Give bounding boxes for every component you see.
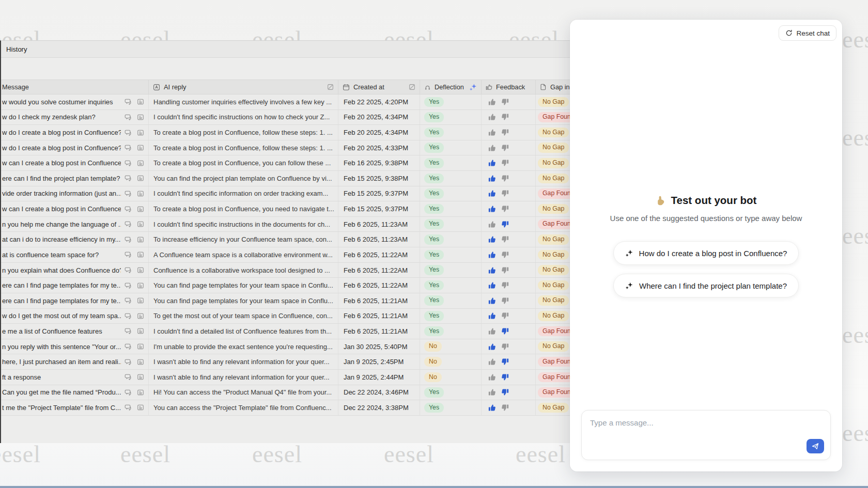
chat-transcript-icon[interactable] bbox=[124, 236, 131, 243]
table-row[interactable]: at is confluence team space for? A Confl… bbox=[1, 247, 572, 263]
table-row[interactable]: n you explain what does Confluence do? C… bbox=[1, 263, 572, 278]
ticket-icon[interactable] bbox=[137, 327, 144, 335]
table-row[interactable]: w can I create a blog post in Confluence… bbox=[1, 201, 572, 217]
table-row[interactable]: w can I create a blog post in Confluence… bbox=[1, 155, 572, 171]
ticket-icon[interactable] bbox=[137, 404, 144, 411]
chat-transcript-icon[interactable] bbox=[124, 251, 131, 258]
chat-transcript-icon[interactable] bbox=[124, 343, 131, 350]
column-header-deflection[interactable]: Deflection bbox=[420, 80, 482, 94]
table-row[interactable]: Can you get me the file named “Produ... … bbox=[1, 385, 572, 401]
thumbs-up-button[interactable] bbox=[488, 388, 496, 396]
thumbs-down-button[interactable] bbox=[501, 358, 509, 366]
thumbs-up-button[interactable] bbox=[488, 159, 496, 167]
thumbs-down-button[interactable] bbox=[501, 281, 509, 289]
table-row[interactable]: w do I get the most out of my team spa..… bbox=[1, 309, 572, 324]
column-header-message[interactable]: Message bbox=[1, 80, 149, 94]
thumbs-up-button[interactable] bbox=[488, 358, 496, 366]
message-input[interactable] bbox=[582, 411, 830, 460]
suggested-question-button[interactable]: How do I create a blog post in Confluenc… bbox=[613, 241, 799, 265]
thumbs-up-button[interactable] bbox=[488, 297, 496, 305]
chat-transcript-icon[interactable] bbox=[124, 144, 131, 151]
table-row[interactable]: w would you solve costumer inquiries Han… bbox=[1, 95, 572, 110]
table-row[interactable]: at can i do to increase efficiency in my… bbox=[1, 232, 572, 247]
ticket-icon[interactable] bbox=[137, 266, 144, 274]
thumbs-down-button[interactable] bbox=[501, 129, 509, 136]
table-row[interactable]: n you help me change the language of ...… bbox=[1, 217, 572, 232]
chat-transcript-icon[interactable] bbox=[124, 129, 131, 136]
chat-transcript-icon[interactable] bbox=[124, 389, 131, 396]
chat-transcript-icon[interactable] bbox=[124, 327, 131, 335]
thumbs-up-button[interactable] bbox=[488, 113, 496, 121]
thumbs-down-button[interactable] bbox=[501, 205, 509, 213]
thumbs-up-button[interactable] bbox=[488, 205, 496, 213]
edit-column-icon[interactable] bbox=[327, 84, 334, 90]
chat-transcript-icon[interactable] bbox=[124, 282, 131, 289]
chat-transcript-icon[interactable] bbox=[124, 404, 131, 411]
thumbs-down-button[interactable] bbox=[501, 343, 509, 351]
chat-transcript-icon[interactable] bbox=[124, 266, 131, 274]
table-row[interactable]: vide order tracking information (just an… bbox=[1, 186, 572, 202]
thumbs-up-button[interactable] bbox=[488, 373, 496, 381]
column-header-gap[interactable]: Gap in bbox=[536, 80, 572, 94]
thumbs-down-button[interactable] bbox=[501, 175, 509, 182]
thumbs-up-button[interactable] bbox=[488, 175, 496, 182]
thumbs-up-button[interactable] bbox=[488, 404, 496, 412]
table-row[interactable]: here, I just purchased an item and reali… bbox=[1, 354, 572, 370]
table-row[interactable]: w do I create a blog post in Confluence?… bbox=[1, 140, 572, 156]
chat-transcript-icon[interactable] bbox=[124, 297, 131, 304]
ticket-icon[interactable] bbox=[137, 236, 144, 243]
chat-transcript-icon[interactable] bbox=[124, 160, 131, 167]
ticket-icon[interactable] bbox=[137, 160, 144, 167]
table-row[interactable]: ere can I find page templates for my te.… bbox=[1, 293, 572, 309]
thumbs-down-button[interactable] bbox=[501, 388, 509, 396]
ticket-icon[interactable] bbox=[137, 297, 144, 304]
thumbs-up-button[interactable] bbox=[488, 129, 496, 136]
ticket-icon[interactable] bbox=[137, 389, 144, 396]
ticket-icon[interactable] bbox=[137, 373, 144, 381]
ticket-icon[interactable] bbox=[137, 282, 144, 289]
thumbs-down-button[interactable] bbox=[501, 251, 509, 259]
thumbs-down-button[interactable] bbox=[501, 266, 509, 274]
ticket-icon[interactable] bbox=[137, 358, 144, 366]
thumbs-down-button[interactable] bbox=[501, 98, 509, 106]
thumbs-up-button[interactable] bbox=[488, 251, 496, 259]
ticket-icon[interactable] bbox=[137, 206, 144, 213]
thumbs-down-button[interactable] bbox=[501, 297, 509, 305]
thumbs-down-button[interactable] bbox=[501, 312, 509, 320]
column-header-ai-reply[interactable]: AI reply bbox=[149, 80, 338, 94]
table-row[interactable]: w do I create a blog post in Confluence?… bbox=[1, 125, 572, 140]
thumbs-up-button[interactable] bbox=[488, 266, 496, 274]
reset-chat-button[interactable]: Reset chat bbox=[779, 25, 836, 41]
thumbs-up-button[interactable] bbox=[488, 98, 496, 106]
ticket-icon[interactable] bbox=[137, 98, 144, 105]
ticket-icon[interactable] bbox=[137, 343, 144, 350]
ticket-icon[interactable] bbox=[137, 221, 144, 228]
thumbs-down-button[interactable] bbox=[501, 113, 509, 121]
thumbs-up-button[interactable] bbox=[488, 144, 496, 152]
thumbs-down-button[interactable] bbox=[501, 190, 509, 197]
thumbs-down-button[interactable] bbox=[501, 327, 509, 335]
thumbs-up-button[interactable] bbox=[488, 235, 496, 243]
table-row[interactable]: e me a list of Confluence features I cou… bbox=[1, 324, 572, 339]
chat-transcript-icon[interactable] bbox=[124, 373, 131, 381]
thumbs-up-button[interactable] bbox=[488, 281, 496, 289]
table-row[interactable]: t me the "Project Template" file from C.… bbox=[1, 400, 572, 416]
chat-transcript-icon[interactable] bbox=[124, 175, 131, 182]
send-button[interactable] bbox=[807, 439, 824, 453]
ticket-icon[interactable] bbox=[137, 251, 144, 258]
thumbs-down-button[interactable] bbox=[501, 159, 509, 167]
thumbs-down-button[interactable] bbox=[501, 404, 509, 412]
ticket-icon[interactable] bbox=[137, 144, 144, 151]
column-header-created-at[interactable]: Created at bbox=[338, 80, 420, 94]
edit-column-icon[interactable] bbox=[409, 84, 415, 90]
ticket-icon[interactable] bbox=[137, 312, 144, 320]
table-row[interactable]: w do I check my zendesk plan? I couldn't… bbox=[1, 110, 572, 125]
ticket-icon[interactable] bbox=[137, 175, 144, 182]
ticket-icon[interactable] bbox=[137, 114, 144, 121]
chat-transcript-icon[interactable] bbox=[124, 206, 131, 213]
chat-transcript-icon[interactable] bbox=[124, 190, 131, 197]
column-header-feedback[interactable]: Feedback bbox=[482, 80, 536, 94]
thumbs-up-button[interactable] bbox=[488, 327, 496, 335]
ticket-icon[interactable] bbox=[137, 129, 144, 136]
chat-transcript-icon[interactable] bbox=[124, 114, 131, 121]
